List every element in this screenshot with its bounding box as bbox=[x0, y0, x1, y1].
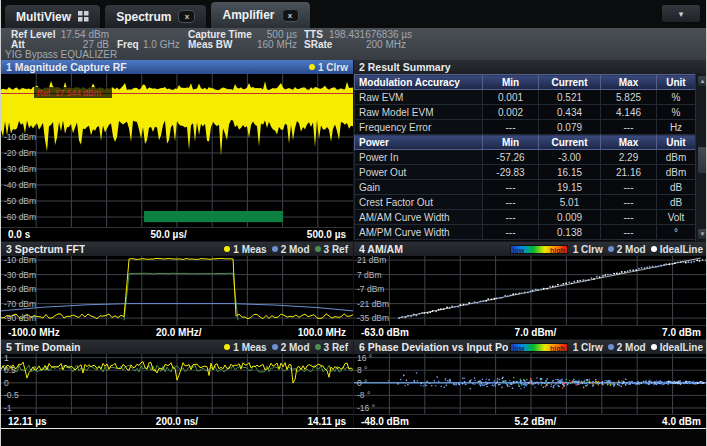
trace-legend-item[interactable]: IdealLine bbox=[651, 244, 703, 255]
panel-title: 3 Spectrum FFT bbox=[6, 243, 85, 255]
panel-title: 2 Result Summary bbox=[359, 61, 451, 73]
scrollbar-thumb[interactable] bbox=[697, 146, 707, 174]
panel-legend: lowhigh1 Clrw2 ModIdealLine bbox=[510, 244, 703, 255]
x-axis-scale: 5.2 dBm/ bbox=[515, 416, 557, 427]
trace-dot-icon bbox=[272, 246, 278, 252]
trace-legend-item[interactable]: IdealLine bbox=[651, 342, 703, 353]
panel-spectrum-header[interactable]: 3 Spectrum FFT 1 Meas2 Mod3 Ref bbox=[1, 242, 353, 256]
tab-bar: MultiView Spectrum x Amplifier x ▾ bbox=[1, 0, 706, 28]
close-tab-icon[interactable]: x bbox=[282, 9, 299, 22]
result-section-header: PowerMinCurrentMaxUnit bbox=[355, 135, 696, 150]
meas-bw-label: Meas BW bbox=[188, 40, 232, 50]
trace-dot-icon bbox=[272, 344, 278, 350]
trace-legend-item[interactable]: 1 Clrw bbox=[573, 342, 603, 353]
result-row: AM/PM Curve Width---0.138---° bbox=[355, 225, 696, 240]
density-gradient-legend: lowhigh bbox=[510, 343, 568, 352]
result-row: Crest Factor Out---5.01---dB bbox=[355, 195, 696, 210]
panel-phase-header[interactable]: 6 Phase Deviation vs Input Po lowhigh1 C… bbox=[354, 340, 707, 354]
trace-legend-item[interactable]: 2 Mod bbox=[608, 244, 646, 255]
yig-bypass-status: YIG Bypass EQUALIZER bbox=[5, 50, 117, 60]
x-axis-stop: 4.0 dBm bbox=[662, 416, 701, 427]
freq-value[interactable]: 1.0 GHz bbox=[143, 40, 180, 50]
result-row: Power In-57.26-3.002.29dBm bbox=[355, 150, 696, 165]
panel-title: 5 Time Domain bbox=[6, 341, 81, 353]
panel-title: 4 AM/AM bbox=[359, 243, 403, 255]
tab-label: Spectrum bbox=[116, 10, 171, 24]
trace-legend-item[interactable]: 2 Mod bbox=[272, 342, 310, 353]
analyzer-screen: MultiView Spectrum x Amplifier x ▾ Ref L… bbox=[0, 0, 707, 446]
magnitude-plot[interactable]: Ref. 17.544 dBm -10 dBm-20 dBm-30 dBm-40… bbox=[1, 74, 353, 227]
x-axis-scale: 200.0 ns/ bbox=[156, 416, 198, 427]
meas-bw-value[interactable]: 160 MHz bbox=[241, 40, 297, 50]
tab-amplifier[interactable]: Amplifier x bbox=[210, 1, 310, 28]
tab-label: MultiView bbox=[16, 10, 71, 24]
spectrum-fft-plot[interactable]: -10 dBm-30 dBm-50 dBm-70 dBm-90 dBm bbox=[1, 256, 353, 325]
trace-legend-item[interactable]: 3 Ref bbox=[315, 342, 348, 353]
amam-x-axis: -63.0 dBm 7.0 dBm/ 7.0 dBm bbox=[354, 325, 707, 339]
result-section-header: Modulation AccuracyMinCurrentMaxUnit bbox=[355, 75, 696, 90]
panel-am-am: 4 AM/AM lowhigh1 Clrw2 ModIdealLine 21 d… bbox=[354, 242, 707, 339]
srate-value[interactable]: 200 MHz bbox=[346, 40, 406, 50]
panel-spectrum-fft: 3 Spectrum FFT 1 Meas2 Mod3 Ref -10 dBm-… bbox=[1, 242, 353, 339]
trace-legend-item[interactable]: 3 Ref bbox=[315, 244, 348, 255]
scroll-down-icon[interactable]: ▼ bbox=[697, 228, 707, 240]
result-row: AM/AM Curve Width---0.009---Volt bbox=[355, 210, 696, 225]
x-axis-start: 12.11 µs bbox=[8, 416, 47, 427]
panel-legend: 1 Meas2 Mod3 Ref bbox=[224, 342, 348, 353]
panel-title: 1 Magnitude Capture RF bbox=[6, 61, 127, 73]
x-axis-scale: 20.0 MHz/ bbox=[156, 327, 202, 338]
close-tab-icon[interactable]: x bbox=[178, 10, 195, 23]
am-am-plot[interactable]: 21 dBm7 dBm-7 dBm-21 dBm-35 dBm bbox=[354, 256, 707, 325]
panel-amam-header[interactable]: 4 AM/AM lowhigh1 Clrw2 ModIdealLine bbox=[354, 242, 707, 256]
trace-legend-item[interactable]: 2 Mod bbox=[272, 244, 310, 255]
density-gradient-legend: lowhigh bbox=[510, 245, 568, 254]
panel-time-header[interactable]: 5 Time Domain 1 Meas2 Mod3 Ref bbox=[1, 340, 353, 354]
panel-legend: 1 Clrw bbox=[309, 62, 348, 73]
panel-result-summary: 2 Result Summary Modulation AccuracyMinC… bbox=[354, 60, 707, 241]
panel-time-domain: 5 Time Domain 1 Meas2 Mod3 Ref 10.50-0.5… bbox=[1, 340, 353, 428]
trace-dot-icon bbox=[309, 64, 315, 70]
panel-magnitude-header[interactable]: 1 Magnitude Capture RF 1 Clrw bbox=[1, 60, 353, 74]
phase-deviation-plot[interactable]: 16 °8 °0 °-8 °-16 ° bbox=[354, 354, 707, 414]
phase-x-axis: -48.0 dBm 5.2 dBm/ 4.0 dBm bbox=[354, 414, 707, 428]
panel-result-header[interactable]: 2 Result Summary bbox=[354, 60, 707, 74]
trace-legend-item[interactable]: 1 Clrw bbox=[573, 244, 603, 255]
tab-spectrum[interactable]: Spectrum x bbox=[104, 4, 207, 28]
result-row: Raw Model EVM0.0020.4344.146% bbox=[355, 105, 696, 120]
result-row: Raw EVM0.0010.5215.825% bbox=[355, 90, 696, 105]
scroll-up-icon[interactable]: ▲ bbox=[697, 75, 707, 87]
status-bar bbox=[1, 428, 706, 446]
panel-phase-deviation: 6 Phase Deviation vs Input Po lowhigh1 C… bbox=[354, 340, 707, 428]
trace-legend-item[interactable]: 1 Meas bbox=[224, 342, 266, 353]
panel-legend: 1 Meas2 Mod3 Ref bbox=[224, 244, 348, 255]
result-row: Gain---19.15---dB bbox=[355, 180, 696, 195]
panel-title: 6 Phase Deviation vs Input Po bbox=[359, 341, 508, 353]
trace-legend-item[interactable]: 1 Clrw bbox=[309, 62, 348, 73]
result-table-area: Modulation AccuracyMinCurrentMaxUnitRaw … bbox=[354, 74, 707, 241]
spectrum-x-axis: -100.0 MHz 20.0 MHz/ 100.0 MHz bbox=[1, 325, 353, 339]
time-domain-plot[interactable]: 10.50-0.5-1 bbox=[1, 354, 353, 414]
tab-label: Amplifier bbox=[222, 8, 274, 22]
panel-magnitude-capture: 1 Magnitude Capture RF 1 Clrw Ref. 17.54… bbox=[1, 60, 353, 241]
trace-dot-icon bbox=[315, 344, 321, 350]
multiview-grid-icon bbox=[78, 11, 89, 22]
trace-legend-item[interactable]: 2 Mod bbox=[608, 342, 646, 353]
magnitude-x-axis: 0.0 s 50.0 µs/ 500.0 µs bbox=[1, 227, 353, 241]
trace-dot-icon bbox=[651, 246, 657, 252]
x-axis-stop: 14.11 µs bbox=[307, 416, 346, 427]
freq-label: Freq bbox=[117, 40, 139, 50]
trace-dot-icon bbox=[315, 246, 321, 252]
x-axis-stop: 500.0 µs bbox=[307, 229, 346, 240]
x-axis-start: 0.0 s bbox=[8, 229, 30, 240]
x-axis-scale: 7.0 dBm/ bbox=[515, 327, 557, 338]
x-axis-stop: 7.0 dBm bbox=[662, 327, 701, 338]
x-axis-start: -100.0 MHz bbox=[8, 327, 60, 338]
trace-dot-icon bbox=[224, 344, 230, 350]
result-scrollbar[interactable]: ▲ ▼ bbox=[695, 74, 707, 241]
trace-dot-icon bbox=[608, 344, 614, 350]
tab-multiview[interactable]: MultiView bbox=[4, 4, 101, 28]
tab-overflow-dropdown-button[interactable]: ▾ bbox=[661, 4, 701, 23]
x-axis-start: -48.0 dBm bbox=[361, 416, 409, 427]
svg-text:Ref. 17.544 dBm: Ref. 17.544 dBm bbox=[37, 88, 101, 98]
trace-legend-item[interactable]: 1 Meas bbox=[224, 244, 266, 255]
